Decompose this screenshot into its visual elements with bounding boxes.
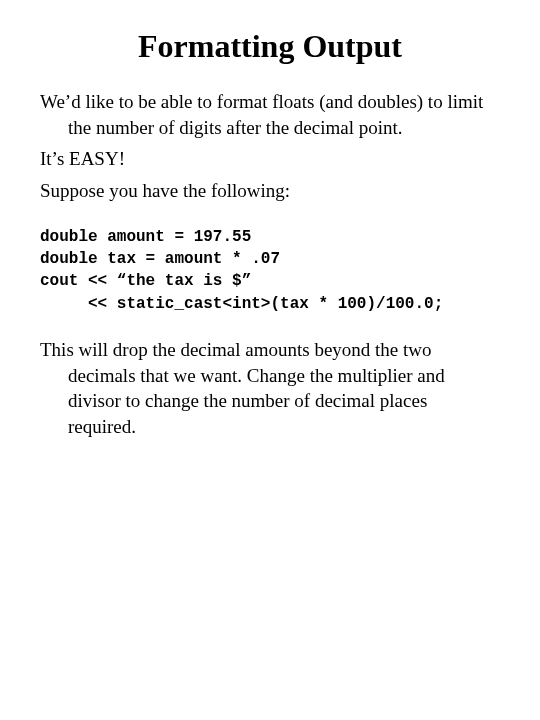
slide-container: Formatting Output We’d like to be able t… [0,0,540,464]
paragraph-suppose: Suppose you have the following: [40,178,500,204]
paragraph-explain: This will drop the decimal amounts beyon… [40,337,500,440]
paragraph-intro: We’d like to be able to format floats (a… [40,89,500,140]
code-snippet: double amount = 197.55 double tax = amou… [40,226,500,316]
paragraph-easy: It’s EASY! [40,146,500,172]
slide-title: Formatting Output [40,28,500,65]
